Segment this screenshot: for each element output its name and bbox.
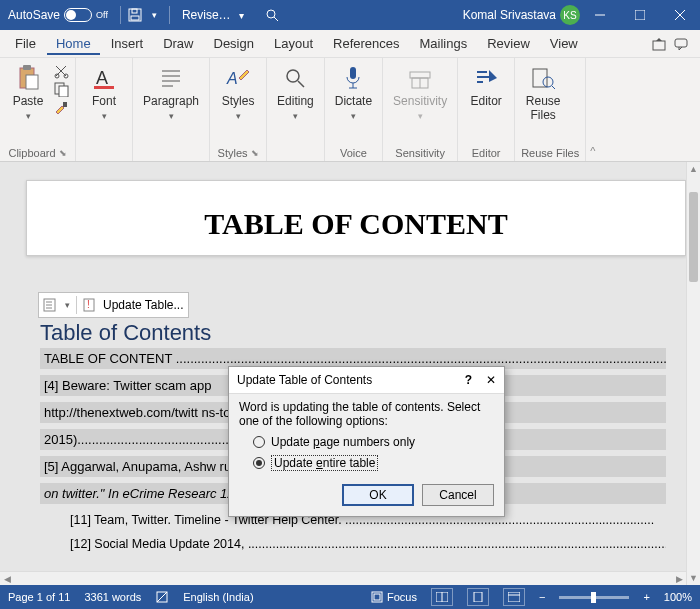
tab-layout[interactable]: Layout (265, 32, 322, 55)
comments-icon[interactable] (674, 37, 688, 51)
chevron-down-icon (26, 108, 31, 122)
ribbon-group-font: A Font (76, 58, 133, 161)
save-icon[interactable] (125, 5, 145, 25)
ribbon-group-reusefiles: Reuse Files Reuse Files (515, 58, 585, 161)
ribbon-collapse-icon[interactable]: ^ (585, 58, 599, 161)
tab-review[interactable]: Review (478, 32, 539, 55)
paste-button[interactable]: Paste (6, 62, 50, 124)
status-proofing-icon[interactable] (155, 590, 169, 604)
chevron-down-icon[interactable]: ▾ (65, 300, 70, 310)
toggle-track (64, 8, 92, 22)
font-button[interactable]: A Font (82, 62, 126, 124)
scrollbar-thumb[interactable] (689, 192, 698, 282)
paste-icon (14, 64, 42, 92)
dialog-help-button[interactable]: ? (465, 373, 472, 387)
toc-options-icon[interactable] (43, 297, 59, 313)
update-table-button[interactable]: Update Table... (103, 298, 184, 312)
svg-rect-6 (635, 10, 645, 20)
horizontal-scrollbar[interactable]: ◀ ▶ (0, 571, 686, 585)
svg-rect-10 (675, 39, 687, 47)
status-page[interactable]: Page 1 of 11 (8, 591, 70, 603)
svg-point-3 (267, 10, 275, 18)
reuse-files-button[interactable]: Reuse Files (521, 62, 565, 124)
title-dropdown-icon[interactable]: ▾ (239, 10, 244, 21)
user-name: Komal Srivastava (463, 8, 556, 22)
dialog-launcher-icon[interactable]: ⬊ (59, 148, 67, 158)
tab-insert[interactable]: Insert (102, 32, 153, 55)
ribbon-group-voice: Dictate Voice (325, 58, 383, 161)
tab-design[interactable]: Design (205, 32, 263, 55)
tab-draw[interactable]: Draw (154, 32, 202, 55)
editor-button[interactable]: Editor (464, 62, 508, 110)
zoom-in-button[interactable]: + (643, 591, 649, 603)
styles-button[interactable]: A Styles (216, 62, 260, 124)
tab-home[interactable]: Home (47, 32, 100, 55)
scroll-right-icon[interactable]: ▶ (672, 572, 686, 585)
scroll-down-icon[interactable]: ▼ (687, 571, 700, 585)
dictate-button[interactable]: Dictate (331, 62, 376, 124)
ribbon-group-editing: Editing (267, 58, 325, 161)
autosave-toggle[interactable]: AutoSave Off (0, 8, 116, 22)
toggle-knob (66, 10, 76, 20)
svg-rect-1 (131, 16, 139, 20)
svg-rect-28 (350, 67, 356, 79)
svg-rect-2 (132, 9, 137, 13)
sensitivity-icon (406, 64, 434, 92)
svg-point-26 (287, 70, 299, 82)
web-layout-button[interactable] (503, 588, 525, 606)
paragraph-button[interactable]: Paragraph (139, 62, 203, 124)
close-button[interactable] (660, 0, 700, 30)
search-icon[interactable] (262, 5, 282, 25)
toc-heading: Table of Contents (40, 320, 211, 346)
svg-rect-13 (26, 75, 38, 89)
reuse-files-icon (529, 64, 557, 92)
tab-references[interactable]: References (324, 32, 408, 55)
copy-icon[interactable] (54, 82, 69, 97)
zoom-level[interactable]: 100% (664, 591, 692, 603)
styles-icon: A (224, 64, 252, 92)
tab-view[interactable]: View (541, 32, 587, 55)
dialog-close-button[interactable]: ✕ (486, 373, 496, 387)
svg-line-36 (552, 86, 555, 89)
ribbon-group-styles: A Styles Styles⬊ (210, 58, 267, 161)
status-language[interactable]: English (India) (183, 591, 253, 603)
tab-file[interactable]: File (6, 32, 45, 55)
toc-subrow[interactable]: [12] Social Media Update 2014, .........… (40, 534, 666, 554)
read-mode-button[interactable] (431, 588, 453, 606)
maximize-button[interactable] (620, 0, 660, 30)
radio-icon (253, 457, 265, 469)
scroll-left-icon[interactable]: ◀ (0, 572, 14, 585)
minimize-button[interactable] (580, 0, 620, 30)
undo-dropdown-icon[interactable]: ▾ (145, 5, 165, 25)
editing-button[interactable]: Editing (273, 62, 318, 124)
update-toc-dialog: Update Table of Contents ? ✕ Word is upd… (228, 366, 505, 517)
zoom-slider[interactable] (559, 596, 629, 599)
tab-mailings[interactable]: Mailings (411, 32, 477, 55)
cut-icon[interactable] (54, 64, 69, 79)
statusbar: Page 1 of 11 3361 words English (India) … (0, 585, 700, 609)
autosave-label: AutoSave (8, 8, 60, 22)
editor-icon (472, 64, 500, 92)
radio-update-page-numbers[interactable]: Update page numbers only (239, 432, 494, 452)
ok-button[interactable]: OK (342, 484, 414, 506)
scroll-up-icon[interactable]: ▲ (687, 162, 700, 176)
share-icon[interactable] (652, 37, 666, 51)
titlebar: AutoSave Off ▾ Revise… ▾ Komal Srivastav… (0, 0, 700, 30)
sensitivity-button[interactable]: Sensitivity (389, 62, 451, 124)
zoom-out-button[interactable]: − (539, 591, 545, 603)
format-painter-icon[interactable] (54, 100, 69, 115)
status-words[interactable]: 3361 words (84, 591, 141, 603)
print-layout-button[interactable] (467, 588, 489, 606)
svg-rect-9 (653, 41, 665, 50)
page[interactable]: TABLE OF CONTENT (26, 180, 686, 256)
svg-rect-12 (23, 65, 31, 70)
svg-point-35 (543, 77, 553, 87)
vertical-scrollbar[interactable]: ▲ ▼ (686, 162, 700, 585)
svg-text:A: A (226, 70, 238, 87)
svg-line-4 (274, 17, 278, 21)
font-icon: A (90, 64, 118, 92)
cancel-button[interactable]: Cancel (422, 484, 494, 506)
focus-mode-button[interactable]: Focus (371, 591, 417, 603)
user-avatar[interactable]: KS (560, 5, 580, 25)
radio-update-entire-table[interactable]: Update entire table (239, 452, 494, 474)
